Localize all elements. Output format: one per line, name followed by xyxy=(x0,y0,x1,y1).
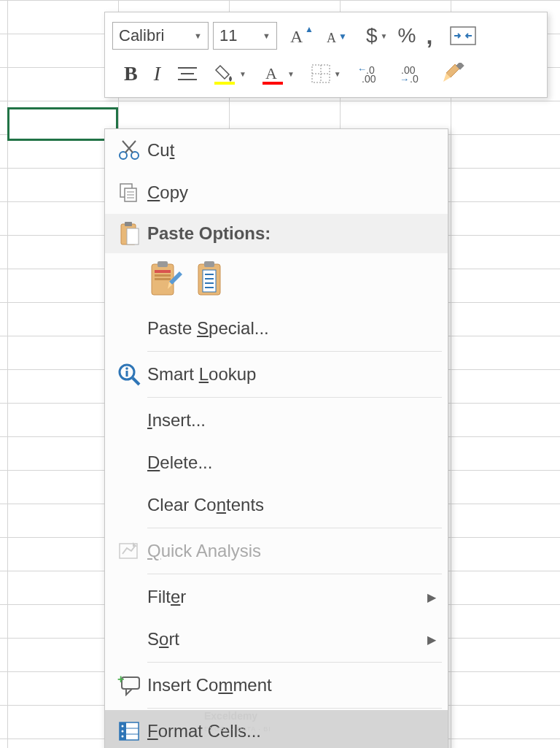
font-size-select[interactable]: 11 ▼ xyxy=(213,22,277,50)
menu-label: Smart Lookup xyxy=(147,364,436,385)
dollar-icon: $ xyxy=(366,24,378,47)
font-color-button[interactable]: A ▼ xyxy=(260,61,298,86)
svg-text:▲: ▲ xyxy=(305,25,314,34)
svg-text:+: + xyxy=(117,674,124,685)
menu-paste-options-header: Paste Options: xyxy=(105,214,448,253)
menu-filter[interactable]: Filter ▶ xyxy=(105,576,448,618)
font-size-value: 11 xyxy=(219,26,237,45)
paste-keep-formatting-button[interactable] xyxy=(147,260,185,301)
currency-button[interactable]: $ ▼ xyxy=(363,23,390,49)
menu-format-cells[interactable]: Format Cells... xyxy=(105,710,448,748)
svg-text:▼: ▼ xyxy=(338,31,347,42)
scissors-icon xyxy=(111,139,147,161)
italic-button[interactable]: I xyxy=(151,61,163,87)
svg-text:A: A xyxy=(327,31,336,45)
clipboard-icon xyxy=(111,221,147,246)
percent-button[interactable]: % xyxy=(394,23,419,49)
svg-rect-40 xyxy=(203,270,216,292)
chevron-down-icon: ▼ xyxy=(381,32,388,40)
percent-icon: % xyxy=(397,24,416,47)
menu-quick-analysis: Quick Analysis xyxy=(105,530,448,572)
svg-rect-48 xyxy=(126,371,128,377)
chevron-down-icon: ▼ xyxy=(239,70,246,78)
menu-label: Sort xyxy=(147,629,427,649)
menu-copy[interactable]: Copy xyxy=(105,171,448,214)
context-menu: Cut Copy Paste Options: Paste Special...… xyxy=(104,128,448,748)
menu-label: Clear Contents xyxy=(147,495,436,515)
comment-icon: + xyxy=(111,674,147,696)
svg-point-56 xyxy=(122,725,124,728)
format-cells-icon xyxy=(111,721,147,741)
menu-label: Copy xyxy=(147,182,436,203)
svg-point-58 xyxy=(122,736,124,738)
align-button[interactable] xyxy=(174,63,201,84)
bold-button[interactable]: B xyxy=(121,61,141,87)
menu-label: Insert Comment xyxy=(147,675,436,695)
chevron-down-icon: ▼ xyxy=(334,70,341,78)
decrease-decimal-button[interactable]: .00→.0 xyxy=(397,62,429,85)
merge-center-button[interactable] xyxy=(447,25,479,47)
svg-text:A: A xyxy=(265,64,277,82)
svg-rect-34 xyxy=(158,261,168,267)
menu-clear-contents[interactable]: Clear Contents xyxy=(105,484,448,526)
svg-point-21 xyxy=(120,152,127,159)
svg-rect-39 xyxy=(204,261,214,267)
svg-text:.00: .00 xyxy=(362,73,376,84)
submenu-arrow-icon: ▶ xyxy=(427,633,436,647)
borders-button[interactable]: ▼ xyxy=(308,62,344,85)
svg-point-22 xyxy=(131,152,139,159)
menu-smart-lookup[interactable]: Smart Lookup xyxy=(105,353,448,396)
font-name-select[interactable]: Calibri ▼ xyxy=(112,22,209,50)
menu-label: Cut xyxy=(147,140,436,161)
mini-toolbar: Calibri ▼ 11 ▼ A▲ A▼ $ ▼ % , B I xyxy=(104,12,548,98)
svg-text:.0: .0 xyxy=(410,73,419,84)
menu-label: Format Cells... xyxy=(147,721,436,741)
increase-font-button[interactable]: A▲ xyxy=(287,23,318,48)
fill-color-button[interactable]: ▼ xyxy=(211,61,249,86)
format-painter-button[interactable] xyxy=(439,61,468,86)
chevron-down-icon: ▼ xyxy=(287,70,295,78)
svg-rect-8 xyxy=(214,82,235,85)
menu-insert[interactable]: Insert... xyxy=(105,399,448,442)
search-info-icon xyxy=(111,363,147,386)
menu-delete[interactable]: Delete... xyxy=(105,442,448,484)
copy-icon xyxy=(111,182,147,204)
svg-point-57 xyxy=(122,730,124,733)
svg-point-47 xyxy=(125,367,128,370)
svg-rect-36 xyxy=(155,274,171,277)
submenu-arrow-icon: ▶ xyxy=(427,590,436,604)
menu-label: Paste Special... xyxy=(147,318,436,339)
increase-decimal-button[interactable]: ←.0.00 xyxy=(354,62,386,85)
menu-label: Delete... xyxy=(147,452,436,473)
font-name-value: Calibri xyxy=(119,26,164,45)
svg-rect-10 xyxy=(262,82,283,85)
menu-insert-comment[interactable]: + Insert Comment xyxy=(105,664,448,706)
quick-analysis-icon xyxy=(111,541,147,561)
svg-line-46 xyxy=(133,378,139,385)
paste-options-row xyxy=(105,253,448,307)
selected-cell[interactable] xyxy=(7,107,118,141)
svg-rect-37 xyxy=(155,278,171,280)
menu-paste-special[interactable]: Paste Special... xyxy=(105,307,448,350)
svg-text:A: A xyxy=(290,27,303,46)
svg-text:→: → xyxy=(400,74,409,84)
comma-icon: , xyxy=(426,23,432,50)
chevron-down-icon: ▼ xyxy=(262,31,271,40)
menu-label: Quick Analysis xyxy=(147,541,436,561)
chevron-down-icon: ▼ xyxy=(194,31,202,40)
menu-label: Insert... xyxy=(147,410,436,431)
decrease-font-button[interactable]: A▼ xyxy=(322,23,353,48)
menu-sort[interactable]: Sort ▶ xyxy=(105,618,448,660)
svg-rect-32 xyxy=(127,228,139,244)
comma-style-button[interactable]: , xyxy=(423,21,435,51)
menu-cut[interactable]: Cut xyxy=(105,129,448,171)
paste-values-button[interactable] xyxy=(194,260,232,301)
svg-rect-35 xyxy=(155,270,171,273)
svg-rect-31 xyxy=(125,222,132,226)
menu-label: Filter xyxy=(147,587,427,607)
menu-label: Paste Options: xyxy=(147,223,436,244)
svg-rect-50 xyxy=(122,677,139,689)
